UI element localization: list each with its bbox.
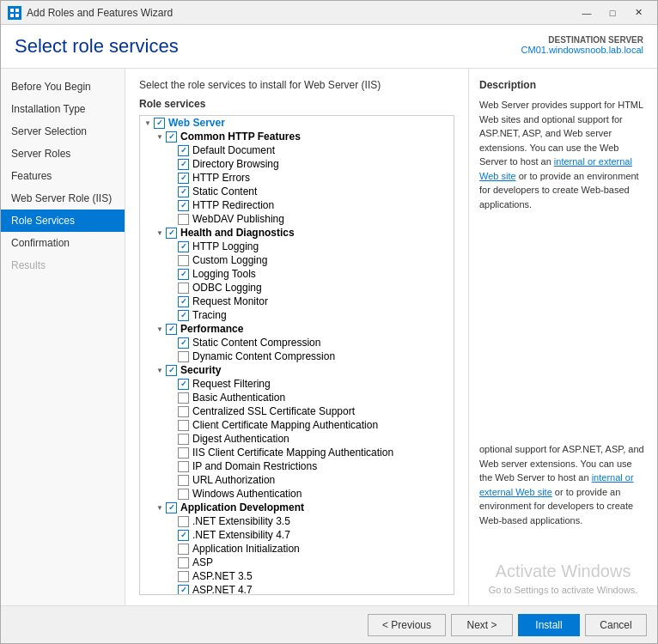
tree-item-http-logging[interactable]: ✓HTTP Logging [140, 240, 454, 253]
checkbox-default-doc[interactable]: ✓ [178, 145, 189, 156]
sidebar-item-server-roles[interactable]: Server Roles [1, 143, 125, 165]
tree-item-centralized-ssl[interactable]: Centralized SSL Certificate Support [140, 404, 454, 418]
checkbox-dynamic-compress[interactable] [178, 351, 189, 362]
label-aspnet35: ASP.NET 3.5 [192, 570, 253, 582]
tree-item-net-ext47[interactable]: ✓.NET Extensibility 4.7 [140, 528, 454, 542]
tree-item-request-filter[interactable]: ✓Request Filtering [140, 377, 454, 391]
maximize-button[interactable]: □ [600, 4, 624, 21]
tree-item-tracing[interactable]: ✓Tracing [140, 308, 454, 322]
checkbox-aspnet35[interactable] [178, 571, 189, 582]
label-centralized-ssl: Centralized SSL Certificate Support [192, 405, 355, 417]
tree-item-http-errors[interactable]: ✓HTTP Errors [140, 171, 454, 185]
tree-item-custom-logging[interactable]: Custom Logging [140, 253, 454, 267]
checkbox-request-filter[interactable]: ✓ [178, 379, 189, 390]
sidebar-item-confirmation[interactable]: Confirmation [1, 232, 125, 254]
tree-item-aspnet35[interactable]: ASP.NET 3.5 [140, 569, 454, 583]
checkbox-app-dev[interactable]: ✓ [166, 502, 177, 513]
tree-item-app-init[interactable]: Application Initialization [140, 542, 454, 556]
tree-item-aspnet47[interactable]: ✓ASP.NET 4.7 [140, 583, 454, 595]
checkbox-centralized-ssl[interactable] [178, 406, 189, 417]
checkbox-ip-domain[interactable] [178, 461, 189, 472]
checkbox-digest-auth[interactable] [178, 434, 189, 445]
sidebar-item-installation-type[interactable]: Installation Type [1, 98, 125, 120]
tree-item-static-compress[interactable]: ✓Static Content Compression [140, 336, 454, 349]
tree-item-dir-browse[interactable]: ✓Directory Browsing [140, 157, 454, 171]
checkbox-http-errors[interactable]: ✓ [178, 173, 189, 184]
description-link2[interactable]: internal or external Web site [479, 472, 634, 497]
checkbox-dir-browse[interactable]: ✓ [178, 159, 189, 170]
tree-item-app-dev[interactable]: ▼✓Application Development [140, 501, 454, 514]
sidebar-item-server-selection[interactable]: Server Selection [1, 120, 125, 143]
previous-button[interactable]: < Previous [368, 614, 446, 636]
tree-item-iis-client-cert[interactable]: IIS Client Certificate Mapping Authentic… [140, 446, 454, 459]
sidebar-item-role-services[interactable]: Role Services [1, 210, 125, 232]
label-url-auth: URL Authorization [192, 474, 275, 486]
tree-item-client-cert[interactable]: Client Certificate Mapping Authenticatio… [140, 418, 454, 432]
checkbox-request-monitor[interactable]: ✓ [178, 296, 189, 307]
wizard-header: Select role services DESTINATION SERVER … [1, 25, 657, 69]
checkbox-client-cert[interactable] [178, 420, 189, 431]
checkbox-health-diag[interactable]: ✓ [166, 228, 177, 239]
checkbox-iis-client-cert[interactable] [178, 447, 189, 459]
sidebar-item-web-server-role[interactable]: Web Server Role (IIS) [1, 187, 125, 210]
tree-item-static-content[interactable]: ✓Static Content [140, 185, 454, 198]
checkbox-app-init[interactable] [178, 544, 189, 555]
checkbox-common-http[interactable]: ✓ [166, 131, 177, 143]
checkbox-http-logging[interactable]: ✓ [178, 241, 189, 252]
checkbox-basic-auth[interactable] [178, 392, 189, 404]
checkbox-static-compress[interactable]: ✓ [178, 337, 189, 349]
tree-item-basic-auth[interactable]: Basic Authentication [140, 391, 454, 404]
tree-item-common-http[interactable]: ▼✓Common HTTP Features [140, 130, 454, 143]
tree-item-logging-tools[interactable]: ✓Logging Tools [140, 267, 454, 281]
tree-item-windows-auth[interactable]: Windows Authentication [140, 487, 454, 501]
tree-item-ip-domain[interactable]: IP and Domain Restrictions [140, 459, 454, 473]
tree-item-odbc-logging[interactable]: ODBC Logging [140, 281, 454, 295]
expand-icon-health-diag[interactable]: ▼ [155, 228, 164, 237]
tree-item-url-auth[interactable]: URL Authorization [140, 473, 454, 487]
sidebar-item-features[interactable]: Features [1, 165, 125, 187]
next-button[interactable]: Next > [451, 614, 513, 636]
checkbox-net-ext47[interactable]: ✓ [178, 530, 189, 541]
tree-item-digest-auth[interactable]: Digest Authentication [140, 432, 454, 446]
tree-item-asp[interactable]: ASP [140, 556, 454, 569]
checkbox-custom-logging[interactable] [178, 255, 189, 266]
minimize-button[interactable]: — [575, 4, 599, 21]
checkbox-aspnet47[interactable]: ✓ [178, 585, 189, 596]
expand-icon-web-server[interactable]: ▼ [143, 118, 152, 127]
tree-item-web-server[interactable]: ▼✓Web Server [140, 116, 454, 130]
role-services-tree[interactable]: ▼✓Web Server▼✓Common HTTP Features✓Defau… [139, 115, 454, 595]
checkbox-odbc-logging[interactable] [178, 283, 189, 294]
checkbox-asp[interactable] [178, 557, 189, 568]
tree-item-webdav[interactable]: WebDAV Publishing [140, 212, 454, 226]
expand-icon-app-dev[interactable]: ▼ [155, 503, 164, 512]
checkbox-logging-tools[interactable]: ✓ [178, 269, 189, 280]
expand-icon-security[interactable]: ▼ [155, 366, 164, 374]
expand-icon-performance[interactable]: ▼ [155, 325, 164, 333]
checkbox-net-ext35[interactable] [178, 516, 189, 527]
checkbox-tracing[interactable]: ✓ [178, 310, 189, 321]
tree-item-net-ext35[interactable]: .NET Extensibility 3.5 [140, 514, 454, 528]
checkbox-security[interactable]: ✓ [166, 365, 177, 376]
checkbox-http-redirect[interactable]: ✓ [178, 200, 189, 211]
tree-item-performance[interactable]: ▼✓Performance [140, 322, 454, 336]
tree-item-security[interactable]: ▼✓Security [140, 363, 454, 377]
tree-item-request-monitor[interactable]: ✓Request Monitor [140, 295, 454, 308]
label-webdav: WebDAV Publishing [192, 213, 284, 225]
checkbox-static-content[interactable]: ✓ [178, 186, 189, 197]
install-button[interactable]: Install [518, 614, 580, 636]
tree-item-default-doc[interactable]: ✓Default Document [140, 143, 454, 157]
checkbox-webdav[interactable] [178, 214, 189, 225]
close-button[interactable]: ✕ [626, 4, 650, 21]
expand-icon-common-http[interactable]: ▼ [155, 132, 164, 141]
checkbox-windows-auth[interactable] [178, 489, 189, 500]
checkbox-url-auth[interactable] [178, 475, 189, 486]
sidebar-item-before-you-begin[interactable]: Before You Begin [1, 76, 125, 98]
description-link1[interactable]: internal or external Web site [479, 156, 632, 181]
cancel-button[interactable]: Cancel [585, 614, 647, 636]
tree-item-health-diag[interactable]: ▼✓Health and Diagnostics [140, 226, 454, 240]
tree-item-dynamic-compress[interactable]: Dynamic Content Compression [140, 349, 454, 363]
description-title: Description [479, 79, 647, 91]
tree-item-http-redirect[interactable]: ✓HTTP Redirection [140, 198, 454, 212]
checkbox-web-server[interactable]: ✓ [154, 118, 165, 129]
checkbox-performance[interactable]: ✓ [166, 324, 177, 335]
